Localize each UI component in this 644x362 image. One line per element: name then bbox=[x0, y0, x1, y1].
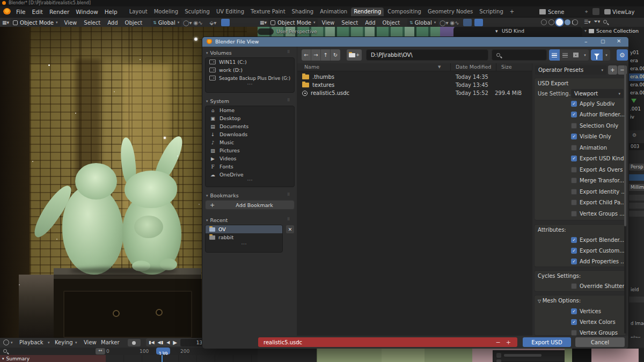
checkbox-export-blender[interactable]: Export Blender... bbox=[571, 237, 624, 243]
outliner-root[interactable]: Scene Collection bbox=[596, 28, 639, 34]
jump-start-button[interactable]: ▮◀ bbox=[147, 340, 156, 345]
menu-help[interactable]: Help bbox=[101, 9, 121, 15]
menu-select[interactable]: Select bbox=[81, 20, 103, 26]
add-bookmark-button[interactable]: + Add Bookmark bbox=[205, 200, 295, 210]
increment-button[interactable]: + bbox=[506, 339, 511, 346]
maximize-button[interactable]: ▢ bbox=[601, 39, 605, 44]
tab-modeling[interactable]: Modeling bbox=[151, 8, 181, 16]
checkbox-vertex-groups-exp[interactable]: Vertex Groups ... bbox=[571, 211, 625, 217]
new-scene-icon[interactable] bbox=[592, 8, 599, 15]
tab-add[interactable]: + bbox=[507, 8, 517, 16]
usd-kind-panel-header[interactable]: ▾ USD Kind bbox=[453, 27, 582, 36]
gear-icon-small[interactable]: ⚙ bbox=[632, 132, 636, 138]
display-settings-dropdown[interactable]: ▾ bbox=[581, 49, 589, 61]
outliner-item-selected[interactable]: era.002 bbox=[630, 74, 644, 79]
checkbox-vertices[interactable]: Vertices bbox=[571, 308, 601, 314]
tab-texture-paint[interactable]: Texture Paint bbox=[248, 8, 288, 16]
decrement-button[interactable]: − bbox=[496, 339, 501, 346]
wireframe-shading-icon[interactable] bbox=[541, 19, 547, 25]
add-preset-button[interactable]: + bbox=[608, 65, 617, 75]
bookmarks-section-header[interactable]: Bookmarks bbox=[206, 193, 239, 198]
recent-ov[interactable]: OV bbox=[206, 225, 282, 233]
menu-file[interactable]: File bbox=[13, 9, 29, 15]
editor-type-icon-2[interactable]: ▦▾ bbox=[260, 20, 267, 25]
system-music[interactable]: ♪Music bbox=[206, 138, 294, 146]
proportional-edit-icon[interactable]: ◉∿ bbox=[193, 20, 202, 26]
search-field[interactable] bbox=[492, 49, 547, 61]
minimize-button[interactable]: – bbox=[584, 38, 588, 45]
outliner-item[interactable]: era.004 bbox=[630, 90, 644, 95]
current-frame-badge[interactable]: 139 bbox=[156, 348, 170, 354]
volume-work[interactable]: work (D:) bbox=[206, 66, 294, 74]
recent-section-header[interactable]: Recent bbox=[206, 217, 228, 223]
outliner-item[interactable]: .001 bbox=[630, 106, 641, 112]
forward-button[interactable]: → bbox=[311, 49, 321, 61]
checkbox-export-custom[interactable]: Export Custom... bbox=[571, 248, 625, 254]
menu-marker[interactable]: Marker bbox=[101, 339, 120, 345]
tab-scripting[interactable]: Scripting bbox=[477, 8, 506, 16]
render-overlays-icon[interactable]: ⬙▾ bbox=[210, 20, 217, 26]
snap-icon[interactable]: ◯▾ bbox=[183, 20, 192, 26]
preview-shading-icon[interactable] bbox=[572, 19, 578, 25]
xray-toggle-icon[interactable] bbox=[463, 19, 472, 26]
recent-rabbit[interactable]: rabbit bbox=[206, 233, 282, 241]
tab-geometry-nodes[interactable]: Geometry Nodes bbox=[425, 8, 475, 16]
menu-view[interactable]: View bbox=[62, 20, 80, 26]
tab-sculpting[interactable]: Sculpting bbox=[182, 8, 213, 16]
outliner-editor-icon[interactable]: ☰▾ bbox=[584, 19, 591, 25]
menu-object-2[interactable]: Object bbox=[380, 20, 403, 26]
tab-shading[interactable]: Shading bbox=[289, 8, 317, 16]
thumbnail-icon[interactable] bbox=[570, 49, 581, 61]
viewlayer-selector[interactable]: ViewLay bbox=[604, 8, 634, 16]
back-button[interactable]: ← bbox=[302, 49, 311, 61]
scene-selector[interactable]: Scene bbox=[539, 8, 565, 16]
menu-view-2[interactable]: View bbox=[319, 20, 338, 26]
use-settings-dropdown[interactable]: Viewport▾ bbox=[571, 89, 624, 98]
playhead[interactable] bbox=[162, 355, 163, 362]
play-button[interactable]: ▶ bbox=[171, 339, 179, 345]
menu-render[interactable]: Render bbox=[46, 9, 72, 15]
settings-gear-button[interactable]: ⚙ bbox=[617, 49, 628, 61]
menu-object[interactable]: Object bbox=[122, 20, 145, 26]
tab-rendering[interactable]: Rendering bbox=[351, 8, 384, 16]
object-mode-dropdown[interactable]: Object Mode▾ bbox=[11, 19, 60, 27]
column-name[interactable]: Name bbox=[304, 64, 319, 70]
up-button[interactable]: ↑ bbox=[321, 49, 331, 61]
column-date[interactable]: Date Modified bbox=[456, 64, 491, 70]
system-home[interactable]: ⌂Home bbox=[206, 106, 294, 114]
menu-keying[interactable]: Keying bbox=[55, 339, 73, 345]
overlay-toggle-icon[interactable] bbox=[474, 19, 483, 26]
transform-orientation-dropdown-2[interactable]: ⇅ Global▾ bbox=[407, 19, 438, 27]
vertical-list-icon[interactable] bbox=[549, 49, 560, 61]
volume-win11[interactable]: WIN11 (C:) bbox=[206, 58, 294, 66]
path-field[interactable]: D:\PJ\rabbit\OV\ bbox=[366, 49, 488, 61]
volumes-section-header[interactable]: Volumes bbox=[206, 50, 232, 56]
solid-shading-icon[interactable] bbox=[548, 19, 554, 25]
outliner-item[interactable]: y01 bbox=[630, 50, 639, 55]
create-folder-button[interactable]: + bbox=[347, 49, 362, 61]
checkbox-selection-only[interactable]: Selection Only bbox=[571, 123, 618, 129]
menu-edit[interactable]: Edit bbox=[29, 9, 46, 15]
outliner-item[interactable]: era.001 bbox=[630, 66, 644, 71]
checkbox-export-identity[interactable]: Export Identity ... bbox=[571, 189, 626, 195]
file-row-thumbs[interactable]: .thumbs bbox=[302, 73, 334, 81]
menu-view-timeline[interactable]: View bbox=[84, 339, 97, 345]
editor-type-icon[interactable]: ▦▾ bbox=[2, 20, 9, 25]
menu-add[interactable]: Add bbox=[105, 20, 120, 26]
checkbox-vertex-groups[interactable]: Vertex Groups bbox=[571, 330, 618, 336]
rendered-shading-icon[interactable] bbox=[565, 19, 570, 25]
play-reverse-button[interactable]: ◀ bbox=[165, 340, 171, 345]
snap-icon-2[interactable]: ◯▾ bbox=[440, 20, 448, 26]
menu-playback[interactable]: Playback bbox=[19, 339, 43, 345]
checkbox-visible-only[interactable]: Visible Only bbox=[571, 134, 611, 139]
close-button[interactable]: ✕ bbox=[617, 38, 621, 44]
filter-icon[interactable] bbox=[591, 49, 603, 61]
timeline-search-icon[interactable] bbox=[3, 349, 7, 353]
checkbox-vertex-colors[interactable]: Vertex Colors bbox=[571, 319, 616, 325]
checkbox-merge-transform[interactable]: Merge Transfor... bbox=[571, 178, 624, 183]
outliner-item[interactable]: era.003 bbox=[630, 82, 644, 87]
outliner-filter-icon[interactable]: ⏷▾ bbox=[594, 19, 601, 25]
prev-keyframe-button[interactable]: ◀▮ bbox=[156, 340, 165, 345]
auto-keying-button[interactable] bbox=[128, 339, 141, 346]
column-size[interactable]: Size bbox=[501, 64, 512, 70]
